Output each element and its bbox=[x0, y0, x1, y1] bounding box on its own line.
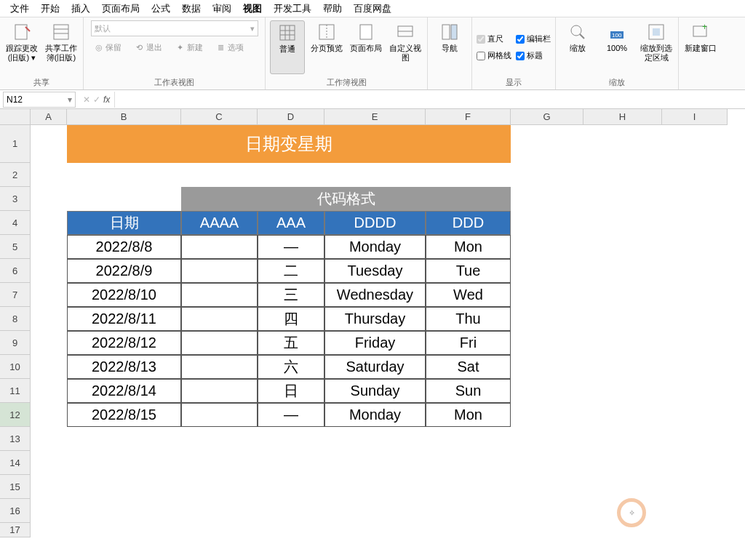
table-cell[interactable]: 日 bbox=[258, 379, 324, 403]
row-header-10[interactable]: 10 bbox=[0, 355, 31, 379]
menu-item-4[interactable]: 公式 bbox=[146, 0, 176, 17]
sheet-view-dropdown[interactable]: 默认 ▾ bbox=[91, 20, 258, 36]
menu-item-1[interactable]: 开始 bbox=[35, 0, 65, 17]
cancel-icon[interactable]: ✕ bbox=[83, 95, 90, 105]
share-workbook-button[interactable]: 共享工作簿(旧版) bbox=[44, 20, 79, 74]
table-cell[interactable]: Sat bbox=[426, 355, 511, 379]
table-cell[interactable]: — bbox=[258, 235, 324, 259]
menu-item-3[interactable]: 页面布局 bbox=[96, 0, 146, 17]
table-cell[interactable]: Monday bbox=[324, 235, 426, 259]
table-cell[interactable]: 2022/8/10 bbox=[67, 283, 181, 307]
row-header-9[interactable]: 9 bbox=[0, 331, 31, 355]
menu-item-9[interactable]: 帮助 bbox=[317, 0, 348, 17]
table-cell[interactable]: Saturday bbox=[324, 355, 426, 379]
menu-item-0[interactable]: 文件 bbox=[4, 0, 35, 17]
row-header-2[interactable]: 2 bbox=[0, 163, 31, 187]
table-cell[interactable]: Wednesday bbox=[324, 283, 426, 307]
table-cell[interactable]: 2022/8/15 bbox=[67, 403, 181, 427]
new-button[interactable]: ✦新建 bbox=[172, 41, 206, 55]
menu-item-5[interactable]: 数据 bbox=[176, 0, 207, 17]
col-header-H[interactable]: H bbox=[583, 109, 662, 125]
row-header-7[interactable]: 7 bbox=[0, 283, 31, 307]
table-cell[interactable]: Thu bbox=[426, 307, 511, 331]
row-header-4[interactable]: 4 bbox=[0, 211, 31, 235]
keep-button[interactable]: ◎保留 bbox=[91, 41, 124, 55]
col-header-G[interactable]: G bbox=[511, 109, 583, 125]
headings-checkbox[interactable]: 标题 bbox=[516, 49, 551, 63]
table-cell[interactable]: 二 bbox=[258, 259, 324, 283]
table-cell[interactable] bbox=[181, 355, 258, 379]
table-cell[interactable] bbox=[181, 307, 258, 331]
custom-view-button[interactable]: 自定义视图 bbox=[388, 20, 423, 74]
page-layout-button[interactable]: 页面布局 bbox=[348, 20, 383, 74]
table-cell[interactable] bbox=[181, 403, 258, 427]
row-header-16[interactable]: 16 bbox=[0, 499, 31, 523]
table-cell[interactable]: 三 bbox=[258, 283, 324, 307]
table-cell[interactable]: Fri bbox=[426, 331, 511, 355]
enter-icon[interactable]: ✓ bbox=[93, 95, 100, 105]
menu-item-7[interactable]: 视图 bbox=[237, 0, 268, 17]
table-cell[interactable]: 2022/8/12 bbox=[67, 331, 181, 355]
gridlines-checkbox[interactable]: 网格线 bbox=[477, 49, 511, 63]
table-cell[interactable]: 六 bbox=[258, 355, 324, 379]
table-cell[interactable]: Friday bbox=[324, 331, 426, 355]
spreadsheet-grid[interactable]: ABCDEFGHI 1234567891011121314151617 日期变星… bbox=[0, 109, 745, 560]
table-cell[interactable]: 四 bbox=[258, 307, 324, 331]
table-cell[interactable] bbox=[181, 259, 258, 283]
menu-item-8[interactable]: 开发工具 bbox=[268, 0, 317, 17]
table-cell[interactable]: 2022/8/11 bbox=[67, 307, 181, 331]
gridlines-input[interactable] bbox=[477, 52, 485, 60]
options-button[interactable]: ≣选项 bbox=[213, 41, 247, 55]
table-cell[interactable] bbox=[181, 235, 258, 259]
new-window-button[interactable]: + 新建窗口 bbox=[683, 20, 718, 74]
headings-input[interactable] bbox=[516, 52, 525, 60]
row-header-17[interactable]: 17 bbox=[0, 523, 31, 537]
menu-item-6[interactable]: 审阅 bbox=[207, 0, 237, 17]
table-cell[interactable]: — bbox=[258, 403, 324, 427]
select-all-corner[interactable] bbox=[0, 109, 31, 125]
col-header-I[interactable]: I bbox=[662, 109, 728, 125]
fx-icon[interactable]: fx bbox=[103, 95, 110, 105]
row-header-15[interactable]: 15 bbox=[0, 475, 31, 499]
normal-button[interactable]: 普通 bbox=[270, 20, 305, 74]
formula-bar-checkbox[interactable]: 编辑栏 bbox=[516, 32, 551, 46]
table-cell[interactable] bbox=[181, 331, 258, 355]
table-cell[interactable]: 2022/8/13 bbox=[67, 355, 181, 379]
table-cell[interactable]: 2022/8/14 bbox=[67, 379, 181, 403]
row-header-14[interactable]: 14 bbox=[0, 451, 31, 475]
table-cell[interactable]: Tue bbox=[426, 259, 511, 283]
menu-item-2[interactable]: 插入 bbox=[65, 0, 96, 17]
row-header-3[interactable]: 3 bbox=[0, 187, 31, 211]
row-header-11[interactable]: 11 bbox=[0, 379, 31, 403]
row-header-12[interactable]: 12 bbox=[0, 403, 31, 427]
col-header-E[interactable]: E bbox=[324, 109, 426, 125]
zoom-selection-button[interactable]: 缩放到选定区域 bbox=[639, 20, 674, 74]
navigation-button[interactable]: 导航 bbox=[432, 20, 467, 74]
row-header-5[interactable]: 5 bbox=[0, 235, 31, 259]
page-break-button[interactable]: 分页预览 bbox=[309, 20, 344, 74]
table-cell[interactable]: Tuesday bbox=[324, 259, 426, 283]
col-header-C[interactable]: C bbox=[181, 109, 258, 125]
row-header-8[interactable]: 8 bbox=[0, 307, 31, 331]
formula-bar[interactable] bbox=[114, 92, 745, 108]
row-header-13[interactable]: 13 bbox=[0, 427, 31, 451]
col-header-B[interactable]: B bbox=[67, 109, 181, 125]
table-cell[interactable]: Sunday bbox=[324, 379, 426, 403]
zoom-button[interactable]: 缩放 bbox=[560, 20, 595, 74]
table-cell[interactable]: Thursday bbox=[324, 307, 426, 331]
table-cell[interactable] bbox=[181, 283, 258, 307]
row-header-1[interactable]: 1 bbox=[0, 125, 31, 163]
name-box[interactable]: N12 ▾ bbox=[3, 92, 76, 108]
col-header-F[interactable]: F bbox=[426, 109, 511, 125]
table-cell[interactable]: Monday bbox=[324, 403, 426, 427]
col-header-A[interactable]: A bbox=[31, 109, 67, 125]
track-changes-button[interactable]: 跟踪更改(旧版) ▾ bbox=[4, 20, 39, 74]
table-cell[interactable]: 五 bbox=[258, 331, 324, 355]
table-cell[interactable]: 2022/8/9 bbox=[67, 259, 181, 283]
col-header-D[interactable]: D bbox=[258, 109, 324, 125]
table-cell[interactable] bbox=[181, 379, 258, 403]
table-cell[interactable]: Mon bbox=[426, 403, 511, 427]
menu-item-10[interactable]: 百度网盘 bbox=[348, 0, 397, 17]
formula-bar-input[interactable] bbox=[516, 35, 525, 44]
table-cell[interactable]: Mon bbox=[426, 235, 511, 259]
